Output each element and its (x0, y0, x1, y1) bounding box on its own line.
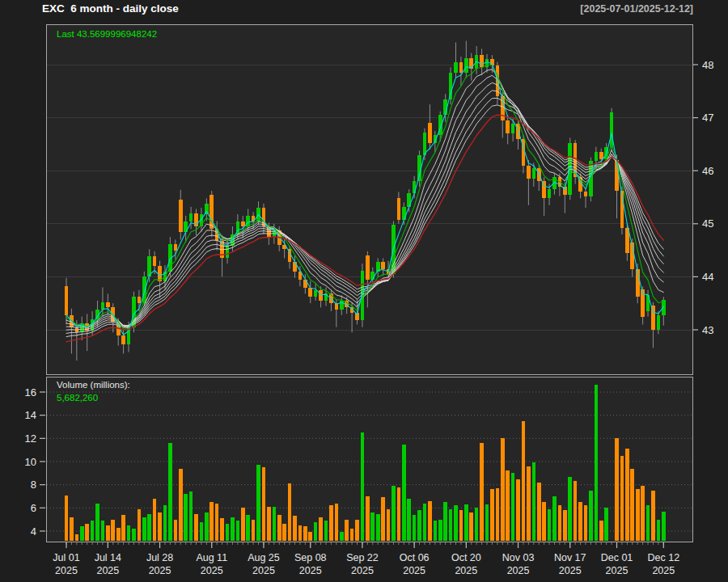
date-range-label: [2025-07-01/2025-12-12] (580, 3, 693, 15)
candle-body (241, 221, 245, 227)
candle-body (449, 73, 453, 99)
volume-bar (459, 510, 463, 541)
x-tick-label: Oct 06 (400, 552, 430, 563)
candle-body (625, 228, 629, 253)
volume-bar (273, 507, 277, 541)
volume-bar (335, 504, 339, 541)
volume-bar (516, 479, 520, 541)
candle-body (480, 55, 484, 67)
volume-bar (138, 509, 142, 541)
volume-bar (121, 515, 125, 541)
volume-bar (153, 499, 157, 541)
volume-bar (246, 515, 250, 541)
volume-axis-label: 16 (25, 386, 36, 399)
volume-bar (210, 502, 214, 541)
volume-bar (630, 469, 634, 541)
candle-body (423, 133, 427, 155)
volume-bar (366, 496, 370, 541)
volume-bar (116, 528, 121, 541)
x-tick-year: 2025 (351, 565, 374, 576)
volume-bar (636, 489, 640, 541)
candle-body (189, 213, 193, 221)
x-tick-label: Sep 08 (294, 552, 327, 563)
volume-bar (532, 462, 536, 541)
volume-bar (413, 515, 417, 541)
volume-bar (85, 524, 89, 541)
candle-body (548, 189, 552, 198)
candle-body (142, 276, 146, 303)
volume-bar (200, 522, 204, 541)
volume-bar (496, 488, 500, 541)
volume-bar (501, 438, 505, 541)
volume-value-label: 5,682,260 (57, 393, 98, 403)
volume-bar (106, 525, 110, 541)
volume-bar (80, 526, 84, 541)
x-tick-label: Aug 11 (196, 552, 227, 563)
volume-bar (127, 525, 131, 541)
candle-body (319, 290, 323, 301)
volume-bar (324, 521, 328, 541)
volume-bar (70, 517, 74, 541)
volume-bar (174, 520, 178, 541)
x-tick-label: Nov 03 (502, 552, 535, 563)
volume-bar (163, 505, 167, 541)
volume-bar (604, 508, 608, 541)
volume-bar (480, 443, 484, 541)
volume-bar (256, 465, 260, 541)
volume-bar (568, 477, 572, 541)
candle-body (366, 255, 370, 280)
volume-axis-label: 12 (25, 432, 36, 445)
candle-body (599, 152, 603, 159)
candle-body (651, 306, 655, 330)
volume-bar (282, 524, 286, 541)
x-tick-year: 2025 (606, 565, 629, 576)
candle-body (464, 58, 468, 73)
volume-bar (241, 508, 245, 541)
volume-bar (469, 512, 473, 541)
volume-bar (417, 510, 421, 541)
volume-axis-label: 4 (31, 525, 36, 538)
volume-axis-label: 14 (25, 409, 36, 421)
volume-bar (434, 521, 438, 541)
volume-bar (423, 504, 427, 541)
volume-axis-label: 10 (25, 456, 36, 468)
volume-bar (599, 521, 603, 541)
candle-body (65, 286, 69, 314)
volume-bar (314, 522, 318, 541)
volume-bar (277, 515, 281, 541)
candle-body (595, 152, 599, 161)
volume-bar (308, 532, 312, 541)
x-tick-label: Sep 22 (346, 552, 379, 563)
candle-body (308, 288, 312, 297)
volume-bar (361, 432, 365, 541)
volume-bar (625, 449, 629, 541)
price-axis-label: 48 (702, 59, 713, 71)
volume-bar (548, 509, 552, 541)
volume-bar (443, 502, 447, 541)
volume-axis-label: 8 (31, 479, 36, 491)
candle-body (174, 244, 178, 251)
candle-body (407, 193, 411, 207)
price-panel-bg (46, 24, 692, 374)
volume-bar (574, 481, 578, 541)
volume-bar (475, 508, 479, 541)
volume-bar (329, 505, 333, 541)
volume-bar (101, 521, 105, 541)
volume-bar (620, 456, 624, 541)
candle-body (246, 216, 250, 226)
volume-bar (132, 529, 136, 541)
volume-bar (355, 520, 359, 541)
volume-axis-label: 6 (31, 502, 36, 514)
candle-body (153, 256, 157, 266)
volume-bar (485, 504, 489, 541)
volume-bar (657, 520, 661, 541)
x-tick-year: 2025 (507, 565, 530, 576)
volume-bar (376, 514, 380, 541)
volume-bar (490, 489, 494, 541)
volume-bar (231, 517, 235, 541)
volume-bar (303, 526, 307, 541)
candle-body (657, 315, 661, 330)
volume-bar (428, 501, 432, 541)
volume-bar (194, 514, 198, 541)
volume-bar (407, 499, 411, 541)
